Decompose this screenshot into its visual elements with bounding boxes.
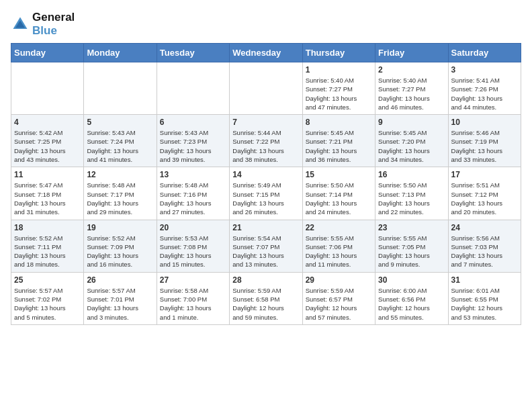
day-number: 7 [232,118,299,127]
day-info: Sunrise: 5:45 AM Sunset: 7:20 PM Dayligh… [378,128,445,164]
logo-text: General Blue [32,11,75,38]
col-header-wednesday: Wednesday [230,44,302,62]
col-header-friday: Friday [375,44,448,62]
day-info: Sunrise: 5:49 AM Sunset: 7:15 PM Dayligh… [232,181,299,216]
calendar-week-row: 18Sunrise: 5:52 AM Sunset: 7:11 PM Dayli… [11,220,521,272]
calendar-cell: 21Sunrise: 5:54 AM Sunset: 7:07 PM Dayli… [230,220,302,272]
calendar-cell: 17Sunrise: 5:51 AM Sunset: 7:12 PM Dayli… [448,167,521,220]
day-number: 26 [87,275,153,285]
day-number: 13 [160,170,226,179]
day-info: Sunrise: 5:43 AM Sunset: 7:24 PM Dayligh… [87,128,153,164]
day-number: 21 [232,223,299,232]
calendar-cell: 22Sunrise: 5:55 AM Sunset: 7:06 PM Dayli… [302,220,375,272]
calendar-cell: 3Sunrise: 5:41 AM Sunset: 7:26 PM Daylig… [448,62,521,115]
calendar-cell: 30Sunrise: 6:00 AM Sunset: 6:56 PM Dayli… [375,272,448,324]
calendar-cell: 12Sunrise: 5:48 AM Sunset: 7:17 PM Dayli… [84,167,157,220]
calendar-header-row: SundayMondayTuesdayWednesdayThursdayFrid… [11,44,521,62]
calendar-cell: 23Sunrise: 5:55 AM Sunset: 7:05 PM Dayli… [375,220,448,272]
calendar-week-row: 1Sunrise: 5:40 AM Sunset: 7:27 PM Daylig… [11,62,521,115]
calendar-cell: 25Sunrise: 5:57 AM Sunset: 7:02 PM Dayli… [11,272,84,324]
day-info: Sunrise: 5:55 AM Sunset: 7:05 PM Dayligh… [378,234,445,269]
day-number: 25 [14,275,81,285]
calendar-cell: 1Sunrise: 5:40 AM Sunset: 7:27 PM Daylig… [302,62,375,115]
calendar-cell: 27Sunrise: 5:58 AM Sunset: 7:00 PM Dayli… [157,272,229,324]
calendar-week-row: 11Sunrise: 5:47 AM Sunset: 7:18 PM Dayli… [11,167,521,220]
calendar-cell: 24Sunrise: 5:56 AM Sunset: 7:03 PM Dayli… [448,220,521,272]
day-info: Sunrise: 5:50 AM Sunset: 7:13 PM Dayligh… [378,181,445,216]
col-header-sunday: Sunday [11,44,84,62]
day-number: 18 [14,223,81,232]
day-info: Sunrise: 5:58 AM Sunset: 7:00 PM Dayligh… [160,286,226,322]
day-info: Sunrise: 6:00 AM Sunset: 6:56 PM Dayligh… [378,286,445,322]
calendar-cell: 6Sunrise: 5:43 AM Sunset: 7:23 PM Daylig… [157,115,229,167]
day-number: 31 [451,275,518,285]
day-info: Sunrise: 6:01 AM Sunset: 6:55 PM Dayligh… [451,286,518,322]
day-number: 1 [306,65,372,75]
logo: General Blue [11,11,75,38]
day-info: Sunrise: 5:52 AM Sunset: 7:09 PM Dayligh… [87,234,153,269]
day-number: 4 [14,118,81,127]
day-info: Sunrise: 5:40 AM Sunset: 7:27 PM Dayligh… [378,76,445,111]
calendar-cell [84,62,157,115]
day-number: 15 [306,170,372,179]
day-number: 24 [451,223,518,232]
day-number: 9 [378,118,445,127]
calendar-cell: 16Sunrise: 5:50 AM Sunset: 7:13 PM Dayli… [375,167,448,220]
calendar-cell: 2Sunrise: 5:40 AM Sunset: 7:27 PM Daylig… [375,62,448,115]
day-info: Sunrise: 5:56 AM Sunset: 7:03 PM Dayligh… [451,234,518,269]
calendar-cell: 29Sunrise: 5:59 AM Sunset: 6:57 PM Dayli… [302,272,375,324]
day-info: Sunrise: 5:59 AM Sunset: 6:58 PM Dayligh… [232,286,299,322]
calendar-cell [157,62,229,115]
page-header: General Blue [11,11,521,38]
day-number: 10 [451,118,518,127]
day-number: 11 [14,170,81,179]
day-info: Sunrise: 5:48 AM Sunset: 7:16 PM Dayligh… [160,181,226,216]
day-number: 16 [378,170,445,179]
day-info: Sunrise: 5:55 AM Sunset: 7:06 PM Dayligh… [306,234,372,269]
day-info: Sunrise: 5:53 AM Sunset: 7:08 PM Dayligh… [160,234,226,269]
day-number: 22 [306,223,372,232]
day-info: Sunrise: 5:59 AM Sunset: 6:57 PM Dayligh… [306,286,372,322]
day-number: 6 [160,118,226,127]
calendar-cell: 13Sunrise: 5:48 AM Sunset: 7:16 PM Dayli… [157,167,229,220]
day-number: 8 [306,118,372,127]
col-header-monday: Monday [84,44,157,62]
calendar-cell: 7Sunrise: 5:44 AM Sunset: 7:22 PM Daylig… [230,115,302,167]
calendar-cell: 14Sunrise: 5:49 AM Sunset: 7:15 PM Dayli… [230,167,302,220]
day-info: Sunrise: 5:43 AM Sunset: 7:23 PM Dayligh… [160,128,226,164]
day-number: 20 [160,223,226,232]
col-header-saturday: Saturday [448,44,521,62]
day-number: 28 [232,275,299,285]
day-info: Sunrise: 5:57 AM Sunset: 7:02 PM Dayligh… [14,286,81,322]
calendar-cell [230,62,302,115]
day-info: Sunrise: 5:42 AM Sunset: 7:25 PM Dayligh… [14,128,81,164]
col-header-thursday: Thursday [302,44,375,62]
day-number: 2 [378,65,445,75]
calendar-cell: 4Sunrise: 5:42 AM Sunset: 7:25 PM Daylig… [11,115,84,167]
calendar-cell: 18Sunrise: 5:52 AM Sunset: 7:11 PM Dayli… [11,220,84,272]
day-number: 19 [87,223,153,232]
day-info: Sunrise: 5:41 AM Sunset: 7:26 PM Dayligh… [451,76,518,111]
day-number: 30 [378,275,445,285]
day-info: Sunrise: 5:50 AM Sunset: 7:14 PM Dayligh… [306,181,372,216]
calendar-cell: 20Sunrise: 5:53 AM Sunset: 7:08 PM Dayli… [157,220,229,272]
logo-icon [11,15,30,34]
day-number: 29 [306,275,372,285]
calendar-cell: 26Sunrise: 5:57 AM Sunset: 7:01 PM Dayli… [84,272,157,324]
day-info: Sunrise: 5:57 AM Sunset: 7:01 PM Dayligh… [87,286,153,322]
day-info: Sunrise: 5:44 AM Sunset: 7:22 PM Dayligh… [232,128,299,164]
calendar-cell: 9Sunrise: 5:45 AM Sunset: 7:20 PM Daylig… [375,115,448,167]
calendar-cell: 11Sunrise: 5:47 AM Sunset: 7:18 PM Dayli… [11,167,84,220]
calendar-table: SundayMondayTuesdayWednesdayThursdayFrid… [11,43,521,325]
day-info: Sunrise: 5:45 AM Sunset: 7:21 PM Dayligh… [306,128,372,164]
day-number: 12 [87,170,153,179]
calendar-cell: 15Sunrise: 5:50 AM Sunset: 7:14 PM Dayli… [302,167,375,220]
day-number: 14 [232,170,299,179]
day-number: 3 [451,65,518,75]
day-number: 23 [378,223,445,232]
calendar-cell: 8Sunrise: 5:45 AM Sunset: 7:21 PM Daylig… [302,115,375,167]
calendar-week-row: 25Sunrise: 5:57 AM Sunset: 7:02 PM Dayli… [11,272,521,324]
day-number: 27 [160,275,226,285]
calendar-cell: 5Sunrise: 5:43 AM Sunset: 7:24 PM Daylig… [84,115,157,167]
day-info: Sunrise: 5:48 AM Sunset: 7:17 PM Dayligh… [87,181,153,216]
